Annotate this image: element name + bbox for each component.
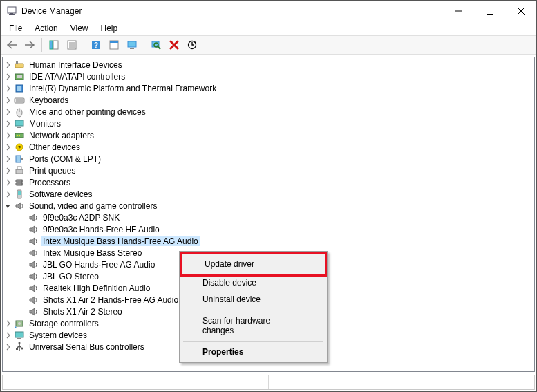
tree-category[interactable]: Processors <box>3 176 534 188</box>
tree-label: JBL GO Stereo <box>41 272 100 281</box>
tree-label: Storage controllers <box>28 319 100 328</box>
window-title: Device Manager <box>21 6 443 16</box>
svg-rect-17 <box>128 41 136 47</box>
show-hide-tree-button[interactable] <box>46 37 62 53</box>
svg-rect-1 <box>9 14 15 15</box>
toolbar-icon[interactable] <box>106 37 122 53</box>
expand-arrow-icon[interactable] <box>3 177 14 188</box>
expand-arrow-icon[interactable] <box>3 318 14 329</box>
svg-rect-7 <box>50 41 53 49</box>
uninstall-button[interactable] <box>166 37 182 53</box>
expand-arrow-icon[interactable] <box>3 95 14 106</box>
svg-point-37 <box>19 135 20 136</box>
speaker-icon <box>28 224 39 235</box>
usb-icon <box>14 342 25 353</box>
tree-device[interactable]: Intex Musique Bass Hands-Free AG Audio <box>17 235 534 247</box>
svg-rect-33 <box>15 120 23 126</box>
tree-category[interactable]: Software devices <box>3 188 534 200</box>
tree-label: Other devices <box>28 142 82 152</box>
svg-rect-22 <box>15 64 23 68</box>
expand-arrow-icon[interactable] <box>3 342 14 353</box>
forward-button[interactable] <box>21 37 38 53</box>
ctx-disable-device[interactable]: Disable device <box>182 274 325 291</box>
menu-view[interactable]: View <box>65 22 94 35</box>
expand-arrow-icon[interactable] <box>3 330 14 341</box>
tree-label: Shots X1 Air 2 Stereo <box>41 307 124 317</box>
titlebar: Device Manager <box>1 1 536 21</box>
expand-arrow-icon[interactable] <box>3 142 14 153</box>
tree-label: System devices <box>28 330 88 340</box>
speaker-icon <box>28 212 39 223</box>
ctx-scan-hardware[interactable]: Scan for hardware changes <box>182 312 325 339</box>
tree-category[interactable]: Keyboards <box>3 94 534 106</box>
menu-help[interactable]: Help <box>95 22 124 35</box>
tree-category[interactable]: Monitors <box>3 118 534 129</box>
properties-button[interactable] <box>64 37 80 53</box>
tree-label: Software devices <box>28 189 93 199</box>
tree-label: Sound, video and game controllers <box>28 201 158 211</box>
tree-category[interactable]: IDE ATA/ATAPI controllers <box>3 71 534 82</box>
tree-label: 9f9e0a3c A2DP SNK <box>41 213 121 223</box>
svg-text:?: ? <box>94 41 98 49</box>
toolbar-separator <box>84 38 84 52</box>
expand-arrow-icon[interactable] <box>3 153 14 165</box>
minimize-button[interactable] <box>443 1 474 21</box>
menu-file[interactable]: File <box>3 22 28 35</box>
menu-action[interactable]: Action <box>29 22 63 35</box>
toolbar: ? <box>1 35 536 55</box>
svg-rect-8 <box>53 41 58 49</box>
collapse-arrow-icon[interactable] <box>3 200 14 212</box>
expand-arrow-icon[interactable] <box>3 189 14 200</box>
tree-device[interactable]: 9f9e0a3c A2DP SNK <box>17 212 534 223</box>
svg-rect-56 <box>16 348 18 350</box>
toolbar-icon[interactable] <box>124 37 140 53</box>
tree-category-sound[interactable]: Sound, video and game controllers <box>3 200 534 212</box>
tree-category[interactable]: Human Interface Devices <box>3 59 534 71</box>
svg-rect-40 <box>16 156 21 162</box>
scan-hardware-button[interactable] <box>148 37 164 53</box>
svg-point-36 <box>17 135 18 136</box>
tree-label: Intex Musique Bass Hands-Free AG Audio <box>41 236 200 246</box>
speaker-icon <box>28 236 39 247</box>
tree-label: Keyboards <box>28 95 70 105</box>
back-button[interactable] <box>3 37 20 53</box>
svg-rect-18 <box>130 48 134 49</box>
expand-arrow-icon[interactable] <box>3 71 14 82</box>
tree-device[interactable]: 9f9e0a3c Hands-Free HF Audio <box>17 223 534 235</box>
svg-point-52 <box>18 322 21 325</box>
svg-rect-27 <box>17 86 21 91</box>
svg-rect-4 <box>487 8 493 15</box>
app-icon <box>6 6 17 17</box>
tree-label: Shots X1 Air 2 Hands-Free AG Audio <box>41 295 180 305</box>
keyboard-icon <box>14 95 25 106</box>
help-button[interactable]: ? <box>88 37 104 53</box>
expand-arrow-icon[interactable] <box>3 106 14 118</box>
tree-category[interactable]: ?Other devices <box>3 141 534 153</box>
ctx-update-driver[interactable]: Update driver <box>180 252 327 277</box>
tree-label: JBL GO Hands-Free AG Audio <box>41 260 156 270</box>
tree-category[interactable]: Network adapters <box>3 129 534 141</box>
tree-category[interactable]: Print queues <box>3 165 534 176</box>
svg-rect-42 <box>16 169 23 174</box>
tree-category[interactable]: Ports (COM & LPT) <box>3 153 534 165</box>
expand-arrow-icon[interactable] <box>3 83 14 94</box>
ctx-properties[interactable]: Properties <box>182 344 325 360</box>
printer-icon <box>14 165 25 176</box>
update-driver-button[interactable] <box>184 37 200 53</box>
expand-arrow-icon[interactable] <box>3 165 14 176</box>
expand-arrow-icon[interactable] <box>3 59 14 71</box>
other-icon: ? <box>14 142 25 153</box>
ctx-uninstall-device[interactable]: Uninstall device <box>182 291 325 308</box>
tree-label: Print queues <box>28 166 77 176</box>
port-icon <box>14 153 25 165</box>
mouse-icon <box>14 106 25 118</box>
network-icon <box>14 130 25 141</box>
tree-label: Monitors <box>28 119 62 129</box>
expand-arrow-icon[interactable] <box>3 118 14 129</box>
expand-arrow-icon[interactable] <box>3 130 14 141</box>
close-button[interactable] <box>505 1 536 21</box>
tree-category[interactable]: Mice and other pointing devices <box>3 106 534 118</box>
tree-category[interactable]: Intel(R) Dynamic Platform and Thermal Fr… <box>3 82 534 94</box>
svg-rect-25 <box>17 75 22 78</box>
maximize-button[interactable] <box>474 1 505 21</box>
